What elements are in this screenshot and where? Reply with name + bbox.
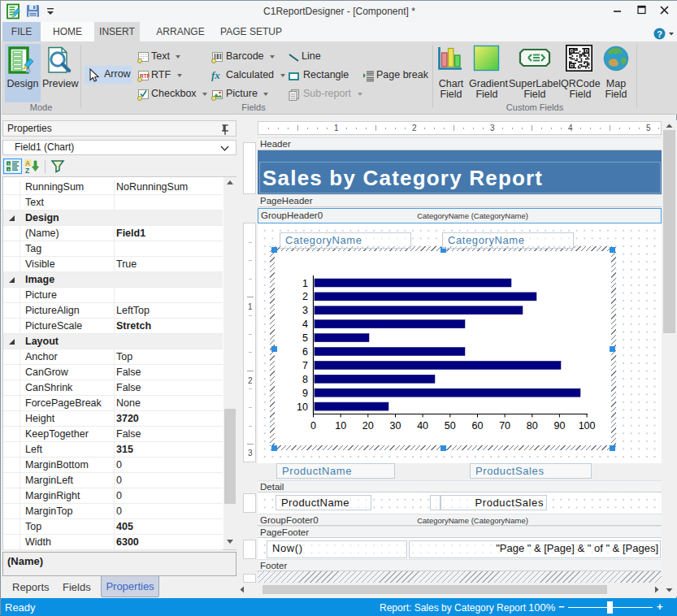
svg-text:60: 60: [472, 420, 484, 432]
svg-text:7: 7: [302, 360, 308, 371]
svg-text:10: 10: [297, 401, 308, 413]
svg-text:9: 9: [302, 388, 308, 399]
svg-text:1: 1: [302, 278, 308, 289]
svg-text:?: ?: [657, 29, 662, 39]
svg-text:40: 40: [417, 420, 428, 432]
svg-text:+: +: [7, 167, 11, 171]
svg-text:20: 20: [362, 420, 374, 432]
svg-text:50: 50: [445, 420, 456, 432]
svg-text:6: 6: [302, 346, 308, 358]
svg-text:90: 90: [553, 420, 565, 432]
svg-text:2: 2: [302, 291, 308, 302]
svg-text:10: 10: [335, 420, 346, 432]
svg-text:70: 70: [499, 420, 510, 432]
svg-text:30: 30: [390, 420, 401, 432]
svg-text:4: 4: [302, 319, 308, 330]
svg-text:0: 0: [310, 420, 316, 432]
svg-text:8: 8: [302, 374, 308, 385]
svg-text:+: +: [7, 161, 11, 166]
svg-text:3: 3: [302, 305, 308, 316]
svg-text:Z: Z: [25, 167, 29, 175]
svg-text:5: 5: [302, 332, 308, 344]
svg-text:fx: fx: [211, 69, 220, 81]
svg-text:80: 80: [527, 420, 538, 432]
svg-text:100: 100: [579, 420, 596, 432]
